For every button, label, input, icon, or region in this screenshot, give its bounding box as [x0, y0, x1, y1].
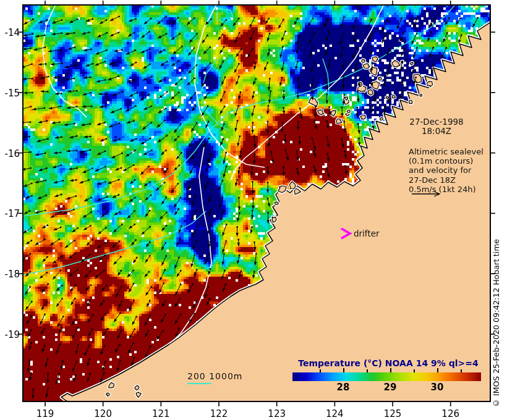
y-axis-label: -15 — [1, 88, 20, 99]
copyright-text: © IMOS 25-Feb-2020 09:42:12 Hobart time — [492, 237, 503, 408]
colorbar-tick-label: 29 — [381, 382, 399, 393]
y-axis-label: -18 — [1, 269, 20, 280]
x-axis-label: 119 — [35, 408, 56, 419]
x-axis-label: 125 — [382, 408, 403, 419]
colorbar-tick-label: 30 — [428, 382, 446, 393]
datetime-annotation: 27-Dec-1998 18:04Z — [402, 117, 471, 136]
colorbar-major-tick — [343, 368, 344, 372]
sst-map-figure: 27-Dec-1998 18:04Z Altimetric sealevel(0… — [0, 0, 507, 420]
altimetric-line: and velocity for — [409, 166, 484, 175]
y-axis-label: -19 — [1, 329, 20, 340]
altimetric-line: Altimetric sealevel — [409, 147, 484, 156]
altimetric-annotation: Altimetric sealevel(0.1m contours)and ve… — [409, 147, 484, 194]
altimetric-line: 0.5m/s (1kt 24h) — [409, 185, 484, 194]
y-axis-label: -16 — [1, 148, 20, 159]
drifter-label: drifter — [354, 229, 380, 238]
date-text: 27-Dec-1998 — [402, 117, 471, 127]
colorbar-title: Temperature (°C) NOAA 14 9% ql>=4 — [289, 358, 488, 368]
x-axis-label: 124 — [324, 408, 345, 419]
colorbar-minor-tick — [461, 369, 462, 372]
x-axis-label: 120 — [93, 408, 114, 419]
altimetric-line: 27-Dec 18Z — [409, 175, 484, 185]
colorbar-major-tick — [437, 368, 438, 372]
y-axis-label: -17 — [1, 208, 20, 219]
colorbar-major-tick — [390, 368, 391, 372]
depth-contour-legend-line — [187, 383, 211, 384]
x-axis-label: 122 — [208, 408, 229, 419]
x-axis-label: 121 — [150, 408, 171, 419]
altimetric-line: (0.1m contours) — [409, 156, 484, 166]
x-axis-label: 126 — [440, 408, 461, 419]
temperature-colorbar — [292, 372, 481, 381]
sst-raster-canvas — [23, 5, 490, 401]
x-axis-label: 123 — [266, 408, 288, 419]
colorbar-minor-tick — [320, 369, 321, 372]
time-text: 18:04Z — [402, 127, 471, 136]
colorbar-minor-tick — [414, 369, 415, 372]
colorbar-tick-label: 28 — [334, 382, 352, 393]
depth-contour-legend: 200 1000m — [187, 371, 242, 381]
colorbar-minor-tick — [367, 369, 368, 372]
y-axis-label: -14 — [1, 27, 20, 38]
